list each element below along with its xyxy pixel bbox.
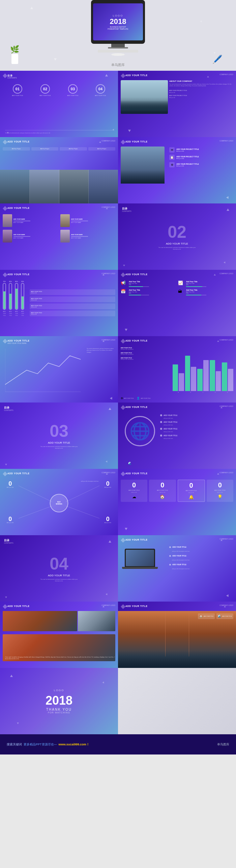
section-big-num: 02 [168, 224, 186, 241]
section-desc: You can be determined, and your business… [157, 247, 197, 250]
about-image [121, 80, 168, 114]
slide-badge-about [121, 73, 125, 78]
project-cards: Add Your Project Add Your Project Add Yo… [3, 147, 115, 151]
section-3-big: 03 [50, 423, 68, 439]
kw-item-2: 0 Add your title [105, 480, 111, 488]
toc-label-2: ADD YOUR TITLE [40, 95, 51, 96]
toc-item-1: 01 ADD YOUR TITLE [12, 84, 23, 96]
toc-label-3: ADD YOUR TITLE [67, 95, 79, 96]
service-logo: COMPANY LOGO [219, 140, 233, 142]
laptop-list: ADD YOUR TITLE add your title descriptio… [169, 546, 233, 569]
counter-items: 0 ADD YOUR TITLE add your title ☁ 0 ADD … [121, 479, 233, 502]
slide-row-4: ADD YOUR TITLE COMPANY LOGO 70% ADD YOUR… [0, 270, 236, 336]
footer-url: 单鸟图库 [217, 742, 229, 747]
laptop-image [125, 549, 158, 572]
features-title: ADD YOUR TITLE [125, 273, 148, 276]
slide-badge-globe [121, 405, 125, 410]
features-logo: COMPANY LOGO [219, 273, 233, 275]
slide-about: ADD YOUR TITLE COMPANY LOGO ABOUT OUR CO… [118, 71, 236, 137]
plant-decoration: 🌿 [10, 45, 19, 64]
slide-badge-line [3, 339, 7, 344]
service-title: ADD YOUR TITLE [125, 141, 148, 143]
bridge-title: ADD YOUR TITLE [125, 605, 148, 607]
slide-row-3: ADD YOUR TITLE COMPANY LOGO ADD YOUR NAM… [0, 204, 236, 270]
slide-row-1: 目录 CONTENTS 01 ADD YOUR TITLE 02 ADD YOU… [0, 71, 236, 137]
about-content: ABOUT OUR COMPANY You can be determined,… [169, 80, 233, 98]
features-grid: 📢 Add Your Title Add Your Title 70% 📈 Ad… [121, 281, 233, 296]
stats-thermometers: 70% ADD YOUR TITLE 60% ADD YOUR TITLE [3, 281, 115, 316]
section-num-4: 04 ADD YOUR TITLE You can be determined,… [39, 555, 79, 582]
kw-item-1: 0 Add your title [7, 480, 13, 488]
slide-keywords: ADD YOUR TITLE COMPANY LOGO KEYWORDS 0 A… [0, 469, 118, 535]
slide-badge-lap [121, 538, 125, 542]
footer-bar: 搜索关键词 更多精品PPT资源尽在— www.sucai999.com！ 单鸟图… [0, 734, 236, 754]
thankyou-year: 2018 [46, 693, 72, 708]
slide-barchart: ADD YOUR TITLE COMPANY LOGO ADD YOUR TIT… [118, 336, 236, 403]
slide-row-8: 目录 CONTENTS 04 ADD YOUR TITLE You can be… [0, 535, 236, 601]
slide-badge-team [3, 206, 7, 211]
service-icon-1: ✉ [169, 147, 175, 153]
photo-strip [0, 170, 118, 204]
slide-laptop: ADD YOUR TITLE COMPANY LOGO ADD YOUR TIT… [118, 535, 236, 601]
slide-badge-ph [3, 604, 7, 609]
barchart-logo: COMPANY LOGO [219, 339, 233, 341]
toc2-subtitle: CONTENTS [122, 210, 131, 212]
slide-linechart: ADD YOUR TITLE ADD YOUR TITLE HERE COMPA… [0, 336, 118, 403]
kw-text: add your title description text here [81, 480, 101, 482]
monitor: LOGO 2018 BUSINESS REPORT POWERPOINT TEM… [91, 7, 145, 56]
service-icon-2: 📋 [169, 155, 175, 160]
slides-container: 目录 CONTENTS 01 ADD YOUR TITLE 02 ADD YOU… [0, 71, 236, 734]
globe-title: ADD YOUR TITLE [125, 406, 148, 408]
barchart-title: ADD YOUR TITLE [125, 340, 148, 342]
photo-grid-top [3, 611, 115, 631]
keywords-title: ADD YOUR TITLE [7, 472, 30, 474]
bridge-photo [118, 611, 236, 668]
footer-highlight: www.sucai999.com！ [59, 742, 89, 747]
section-4-desc: You can be determined, and your business… [39, 578, 79, 582]
team-logo: COMPANY LOGO [101, 206, 115, 208]
slide-stats: ADD YOUR TITLE COMPANY LOGO 70% ADD YOUR… [0, 270, 118, 336]
slide-badge-br [121, 604, 125, 609]
slide-toc4: 目录 CONTENTS 04 ADD YOUR TITLE You can be… [0, 535, 118, 601]
slide-badge-cnt [121, 471, 125, 476]
toc-num-4: 04 [96, 84, 105, 94]
slide-toc1: 目录 CONTENTS 01 ADD YOUR TITLE 02 ADD YOU… [0, 71, 118, 137]
section-4-big: 04 [50, 555, 68, 572]
slide-row-7: ADD YOUR TITLE COMPANY LOGO KEYWORDS 0 A… [0, 469, 236, 535]
linechart-subtitle: ADD YOUR TITLE HERE [7, 342, 27, 344]
toc-subtitle: CONTENTS [7, 77, 17, 79]
svg-line-5 [66, 506, 99, 518]
slide-badge-stats [3, 273, 7, 277]
footer-label: 搜索关键词 [7, 742, 22, 747]
cover-slide: LOGO 🌿 LOGO 2018 BUSINESS REPORT POWERPO… [0, 0, 236, 71]
svg-line-3 [66, 486, 99, 502]
thankyou-line1: THANK YOU [46, 708, 72, 711]
photos-title: ADD YOUR TITLE [7, 605, 30, 607]
line-chart-area [5, 348, 84, 393]
bridge-logo: COMPANY LOGO [219, 604, 233, 606]
globe-list: ADD YOUR TITLE add your title here ADD Y… [160, 414, 233, 439]
service-icon-3: ⚙ [169, 162, 175, 167]
slide-row-10: LOGO 2018 THANK YOU FOR WATCHING [0, 668, 236, 734]
slide-row-5: ADD YOUR TITLE ADD YOUR TITLE HERE COMPA… [0, 336, 236, 403]
laptop-title: ADD YOUR TITLE [125, 538, 148, 541]
slide-counters: ADD YOUR TITLE COMPANY LOGO 0 ADD YOUR T… [118, 469, 236, 535]
slide-badge-projects [3, 140, 7, 145]
counters-title: ADD YOUR TITLE [125, 472, 148, 474]
section-num-3: 03 ADD YOUR TITLE You can be determined,… [39, 423, 79, 449]
linechart-title: ADD YOUR TITLE [7, 340, 30, 342]
projects-logo: COMPANY LOGO [101, 140, 115, 142]
slide-badge-bar [121, 339, 125, 344]
linechart-text: You can be determined, and your business… [87, 348, 115, 353]
section-3-desc: You can be determined, and your business… [39, 445, 79, 449]
toc-item-2: 02 ADD YOUR TITLE [40, 84, 51, 96]
slide-row-9: ADD YOUR TITLE COMPANY LOGO I love and I… [0, 601, 236, 668]
slide-globe: ADD YOUR TITLE COMPANY LOGO 🌐 ADD YOUR T… [118, 403, 236, 469]
section-4-title: ADD YOUR TITLE [48, 574, 70, 577]
keywords-logo: COMPANY LOGO [101, 471, 115, 473]
barchart-left: ADD YOUR TITLE add your title descriptio… [121, 347, 161, 360]
globe-icon: 🌐 [125, 416, 155, 446]
team-grid: ADD YOUR NAME ADD YOUR NAME ADD YOUR NAM… [3, 214, 115, 243]
toc-num-2: 02 [40, 84, 50, 94]
slide-badge-kw [3, 471, 7, 476]
